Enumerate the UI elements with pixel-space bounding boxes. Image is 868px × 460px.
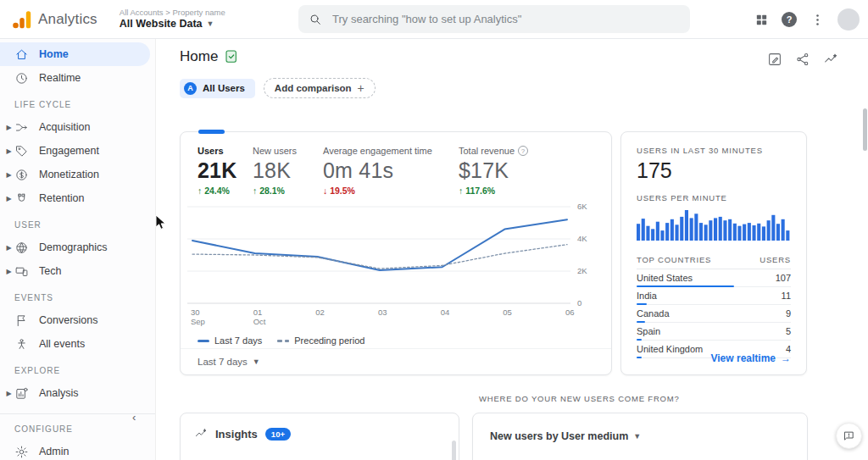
sidebar-item-engagement[interactable]: ▶Engagement bbox=[0, 139, 150, 163]
svg-text:0: 0 bbox=[577, 298, 581, 308]
engagement-icon bbox=[14, 144, 29, 158]
sidebar-item-all-events[interactable]: All events bbox=[0, 332, 150, 356]
insights-count-badge: 10+ bbox=[265, 428, 291, 441]
country-name: Canada bbox=[637, 308, 670, 319]
chevron-right-icon[interactable]: ▶ bbox=[4, 244, 14, 252]
feedback-button[interactable] bbox=[836, 423, 862, 449]
apps-grid-icon[interactable] bbox=[753, 11, 770, 28]
sidebar-item-conversions[interactable]: Conversions bbox=[0, 308, 150, 332]
metric-label: Total revenue? bbox=[459, 146, 528, 156]
chevron-right-icon[interactable]: ▶ bbox=[4, 171, 14, 179]
date-range-selector[interactable]: Last 7 days ▼ bbox=[198, 357, 260, 367]
more-vert-icon[interactable] bbox=[809, 11, 826, 28]
chevron-right-icon[interactable]: ▶ bbox=[4, 268, 14, 275]
home-icon bbox=[14, 47, 29, 62]
sidebar-item-label: Acquisition bbox=[39, 121, 90, 133]
clock-icon bbox=[14, 71, 29, 86]
legend-item-preceding-period: Preceding period bbox=[277, 335, 364, 346]
svg-text:6K: 6K bbox=[577, 202, 587, 211]
chevron-right-icon[interactable]: ▶ bbox=[4, 195, 14, 202]
new-users-dimension-selector[interactable]: New users by User medium ▼ bbox=[473, 413, 807, 442]
retention-icon bbox=[14, 191, 29, 206]
comparison-chips: A All Users Add comparison + bbox=[180, 78, 376, 98]
country-users-value: 107 bbox=[776, 273, 791, 283]
sidebar-item-admin[interactable]: Admin bbox=[0, 440, 150, 460]
avatar[interactable] bbox=[837, 8, 860, 30]
insights-sparkline-icon bbox=[194, 427, 208, 441]
admin-icon bbox=[14, 445, 29, 459]
property-selector[interactable]: All Website Data ▼ bbox=[120, 18, 225, 30]
help-icon[interactable]: ? bbox=[518, 146, 528, 156]
sidebar-item-tech[interactable]: ▶Tech bbox=[0, 259, 150, 283]
feedback-icon bbox=[843, 430, 855, 442]
sidebar-item-demographics[interactable]: ▶Demographics bbox=[0, 236, 150, 259]
search-bar[interactable] bbox=[298, 5, 690, 33]
metric-value: $17K bbox=[459, 158, 528, 183]
country-row-canada: Canada9 bbox=[637, 305, 791, 323]
view-realtime-link[interactable]: View realtime → bbox=[711, 352, 792, 364]
share-icon[interactable] bbox=[794, 51, 811, 68]
sidebar-section-label: CONFIGURE bbox=[0, 424, 155, 436]
analytics-logo[interactable]: Analytics bbox=[12, 9, 97, 30]
metric-label: Average engagement time bbox=[323, 146, 459, 156]
sidebar-collapse-icon[interactable]: ‹ bbox=[132, 411, 136, 424]
country-users-value: 5 bbox=[786, 326, 791, 336]
sidebar-item-label: Retention bbox=[39, 192, 85, 204]
plus-icon: + bbox=[358, 81, 364, 95]
svg-text:30: 30 bbox=[191, 308, 200, 317]
insights-icon[interactable] bbox=[822, 51, 839, 68]
realtime-title: USERS IN LAST 30 MINUTES bbox=[637, 146, 791, 155]
chevron-right-icon[interactable]: ▶ bbox=[4, 147, 14, 155]
sidebar-item-monetization[interactable]: ▶Monetization bbox=[0, 163, 150, 186]
svg-text:03: 03 bbox=[378, 308, 387, 317]
sidebar-item-retention[interactable]: ▶Retention bbox=[0, 186, 150, 210]
breadcrumb: All Accounts > Property name bbox=[120, 8, 225, 18]
metric-change: ↑ 24.4% bbox=[198, 186, 253, 196]
metric-tab-users[interactable]: Users21K↑ 24.4% bbox=[198, 146, 253, 196]
sidebar-item-acquisition[interactable]: ▶Acquisition bbox=[0, 115, 150, 139]
acquisition-icon bbox=[14, 120, 29, 135]
top-countries-header: TOP COUNTRIES bbox=[637, 255, 711, 264]
realtime-card: USERS IN LAST 30 MINUTES 175 USERS PER M… bbox=[620, 131, 807, 375]
new-users-section-label: WHERE DO YOUR NEW USERS COME FROM? bbox=[479, 394, 680, 403]
sidebar-item-label: Home bbox=[39, 48, 69, 60]
chevron-right-icon[interactable]: ▶ bbox=[4, 390, 14, 397]
add-comparison-chip[interactable]: Add comparison + bbox=[264, 78, 376, 98]
sidebar-item-home[interactable]: Home bbox=[0, 42, 150, 66]
conversions-icon bbox=[14, 313, 29, 328]
monetization-icon bbox=[14, 168, 29, 182]
sidebar-item-analysis[interactable]: ▶Analysis bbox=[0, 381, 150, 405]
insights-header[interactable]: Insights 10+ bbox=[181, 413, 459, 441]
chevron-down-icon: ▼ bbox=[633, 432, 641, 441]
sidebar-item-label: Conversions bbox=[39, 314, 97, 326]
help-icon[interactable]: ? bbox=[782, 12, 797, 27]
search-input[interactable] bbox=[332, 13, 671, 25]
all-events-icon bbox=[14, 337, 29, 352]
insights-list-item[interactable] bbox=[181, 441, 459, 460]
legend-swatch bbox=[198, 340, 209, 342]
home-icon bbox=[14, 47, 29, 62]
sidebar-item-realtime[interactable]: Realtime bbox=[0, 66, 150, 90]
metric-tab-average-engagement-time[interactable]: Average engagement time0m 41s↓ 19.5% bbox=[323, 146, 459, 196]
metric-tab-new-users[interactable]: New users18K↑ 28.1% bbox=[253, 146, 323, 196]
page-title: Home bbox=[180, 48, 238, 65]
chevron-down-icon: ▼ bbox=[253, 357, 260, 366]
tech-icon bbox=[14, 264, 29, 279]
edit-dashboard-icon[interactable] bbox=[766, 51, 783, 68]
svg-text:Sep: Sep bbox=[191, 317, 205, 326]
all-users-chip[interactable]: A All Users bbox=[180, 79, 255, 98]
engagement-icon bbox=[14, 144, 29, 158]
country-row-india: India11 bbox=[637, 287, 791, 305]
page-scrollbar-thumb[interactable] bbox=[863, 108, 867, 151]
realtime-users-value: 175 bbox=[637, 158, 791, 183]
sidebar-item-label: Monetization bbox=[39, 169, 99, 180]
metric-tab-total-revenue[interactable]: Total revenue?$17K↑ 117.6% bbox=[459, 146, 528, 196]
chevron-down-icon: ▼ bbox=[207, 19, 214, 28]
metric-change: ↓ 19.5% bbox=[323, 186, 459, 196]
country-name: United States bbox=[637, 273, 693, 283]
account-breadcrumb[interactable]: All Accounts > Property name All Website… bbox=[120, 8, 225, 30]
metric-value: 21K bbox=[198, 158, 253, 183]
insights-scrollbar[interactable] bbox=[452, 441, 456, 460]
countries-table-header: TOP COUNTRIES USERS bbox=[637, 255, 791, 269]
chevron-right-icon[interactable]: ▶ bbox=[4, 124, 14, 131]
